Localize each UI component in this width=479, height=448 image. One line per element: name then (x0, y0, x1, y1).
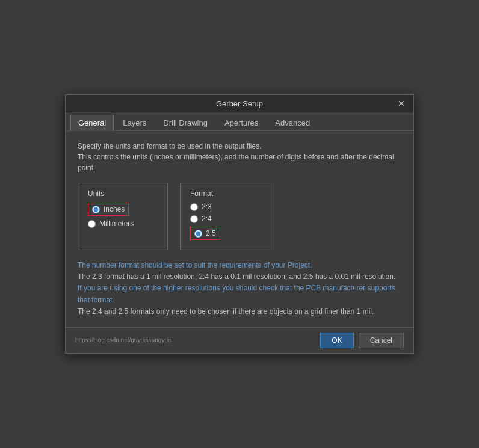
info-line3: If you are using one of the higher resol… (78, 284, 395, 304)
description-line1: Specify the units and format to be used … (78, 142, 262, 150)
units-mm-radio[interactable] (88, 220, 96, 228)
description-text: Specify the units and format to be used … (78, 141, 401, 173)
dialog-footer: https://blog.csdn.net/guyuewangyue OK Ca… (66, 327, 413, 353)
units-panel-title: Units (88, 189, 158, 198)
ok-button[interactable]: OK (320, 333, 353, 348)
format-25-selected-box: 2:5 (190, 227, 220, 240)
tab-layers[interactable]: Layers (115, 115, 154, 130)
tab-general[interactable]: General (70, 115, 114, 131)
info-line2: The 2:3 format has a 1 mil resolution, 2… (78, 272, 395, 281)
format-24-item[interactable]: 2:4 (190, 215, 260, 223)
option-panels: Units Inches Millimeters Format 2:3 (78, 183, 401, 250)
tab-bar: General Layers Drill Drawing Apertures A… (66, 112, 413, 131)
units-mm-label[interactable]: Millimeters (99, 219, 134, 228)
tab-apertures[interactable]: Apertures (217, 115, 266, 130)
format-23-radio[interactable] (190, 203, 198, 211)
description-line2: This controls the units (inches or milli… (78, 153, 394, 172)
format-panel: Format 2:3 2:4 2:5 (180, 183, 270, 250)
close-button[interactable]: ✕ (395, 99, 407, 108)
tab-advanced[interactable]: Advanced (267, 115, 318, 130)
info-line4: The 2:4 and 2:5 formats only need to be … (78, 307, 374, 316)
units-inches-radio[interactable] (92, 206, 100, 213)
format-25-item[interactable]: 2:5 (190, 227, 260, 240)
units-inches-item[interactable]: Inches (88, 203, 158, 216)
format-panel-title: Format (190, 189, 260, 198)
format-24-label[interactable]: 2:4 (202, 215, 212, 223)
footer-url: https://blog.csdn.net/guyuewangyue (75, 337, 172, 343)
format-24-radio[interactable] (190, 215, 198, 223)
format-25-radio[interactable] (194, 230, 202, 238)
format-25-label[interactable]: 2:5 (206, 229, 216, 238)
format-23-item[interactable]: 2:3 (190, 203, 260, 211)
units-mm-item[interactable]: Millimeters (88, 219, 158, 228)
dialog-title: Gerber Setup (84, 99, 395, 108)
gerber-setup-dialog: Gerber Setup ✕ General Layers Drill Draw… (65, 94, 414, 354)
main-content: Specify the units and format to be used … (66, 131, 413, 327)
inches-selected-box: Inches (88, 203, 129, 216)
format-23-label[interactable]: 2:3 (202, 203, 212, 211)
units-panel: Units Inches Millimeters (78, 183, 168, 250)
title-bar: Gerber Setup ✕ (66, 95, 413, 112)
tab-drill-drawing[interactable]: Drill Drawing (155, 115, 215, 130)
cancel-button[interactable]: Cancel (359, 333, 404, 348)
info-text-block: The number format should be set to suit … (78, 260, 401, 318)
units-inches-label[interactable]: Inches (104, 205, 125, 213)
info-line1: The number format should be set to suit … (78, 261, 312, 269)
